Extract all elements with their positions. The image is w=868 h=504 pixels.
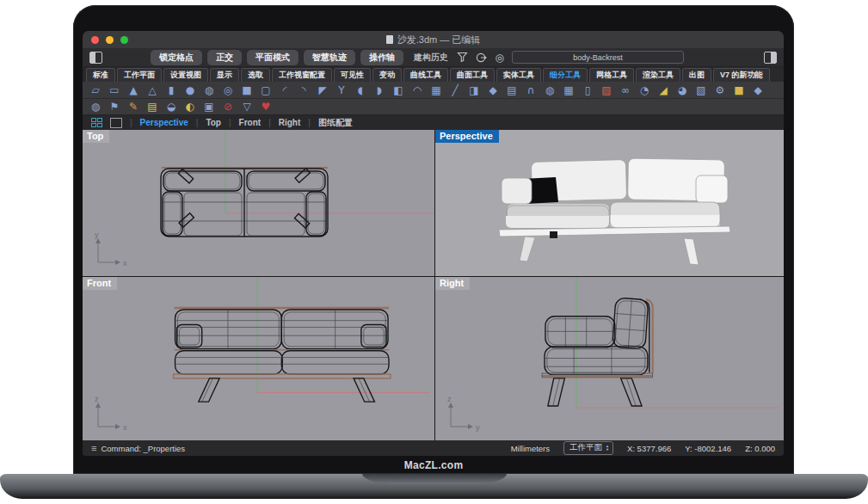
viewport-tab-图纸配置[interactable]: 图纸配置 — [318, 117, 353, 129]
subd-sweep-icon[interactable]: ◠ — [408, 85, 427, 95]
subd-stack-icon[interactable]: ▤ — [502, 85, 521, 95]
subd-cone-icon[interactable]: ▲ — [124, 85, 143, 95]
viewport-tab-Front[interactable]: Front — [239, 118, 262, 127]
ribbon-tab-变动[interactable]: 变动 — [372, 68, 402, 82]
mode-button-智慧轨迹[interactable]: 智慧轨迹 — [304, 50, 355, 65]
subd-diamond-icon[interactable]: ◆ — [483, 85, 502, 95]
ribbon-tab-标准[interactable]: 标准 — [86, 68, 115, 82]
viewport-label-perspective[interactable]: Perspective — [435, 130, 499, 143]
units-label[interactable]: Millimeters — [511, 444, 550, 453]
ribbon-tab-网格工具[interactable]: 网格工具 — [589, 68, 634, 82]
mode-button-正交[interactable]: 正交 — [207, 50, 242, 65]
ribbon-tab-设置视图[interactable]: 设置视图 — [163, 68, 208, 82]
ribbon-tab-出图[interactable]: 出图 — [682, 68, 711, 82]
striped-sphere-icon[interactable]: ◍ — [86, 101, 105, 112]
ribbon-tab-可见性[interactable]: 可见性 — [334, 68, 371, 82]
striped-panel-icon[interactable]: ▤ — [143, 101, 162, 112]
viewport-right[interactable]: Right z y — [435, 277, 784, 440]
subd-bevel-edge-icon[interactable]: ◗ — [370, 85, 389, 95]
ribbon-tab-工作视窗配置[interactable]: 工作视窗配置 — [272, 68, 332, 82]
sphere-half-icon[interactable]: ◐ — [181, 101, 200, 112]
no-symbol-icon[interactable]: ⊘ — [219, 101, 237, 112]
command-prompt[interactable]: Command: _Properties — [101, 444, 185, 453]
ribbon-tab-实体工具[interactable]: 实体工具 — [496, 68, 541, 82]
ribbon-tab-选取[interactable]: 选取 — [241, 68, 270, 82]
subd-display-toggle-icon[interactable]: ▱ — [86, 85, 105, 95]
subd-repair-icon[interactable]: ⚙ — [711, 85, 729, 95]
subd-corner-grid-icon[interactable]: ▧ — [692, 85, 711, 95]
funnel-points-icon[interactable]: ▽ — [237, 101, 256, 112]
subd-box-icon[interactable]: ■ — [237, 85, 256, 95]
flag-icon[interactable]: ⚑ — [105, 101, 124, 112]
circle-arrow-icon[interactable] — [476, 52, 488, 63]
ribbon-tab-渲染工具[interactable]: 渲染工具 — [636, 68, 680, 82]
viewport-label-right[interactable]: Right — [435, 277, 470, 290]
ribbon-tab-曲面工具[interactable]: 曲面工具 — [450, 68, 495, 82]
subd-face-arc-2-icon[interactable]: ◝ — [294, 85, 313, 95]
subd-delete-face-icon[interactable]: ▨ — [597, 85, 616, 95]
mode-button-平面模式[interactable]: 平面模式 — [247, 50, 299, 65]
subd-sphere-icon[interactable]: ● — [181, 85, 200, 95]
zoom-button[interactable] — [120, 36, 128, 44]
sphere-points-icon[interactable]: ▣ — [200, 101, 219, 112]
subd-extrude-icon[interactable]: ▯ — [578, 85, 597, 95]
subd-plane-icon[interactable]: ▭ — [105, 85, 124, 95]
axis-indicator-top: y x — [89, 230, 129, 269]
subd-sphere-grid-icon[interactable]: ◍ — [540, 85, 559, 95]
viewport-perspective[interactable]: Perspective — [435, 130, 784, 276]
subd-point-plane-icon[interactable]: ▦ — [427, 85, 446, 95]
cplane-dropdown[interactable]: 工作平面 ▲▼ — [563, 441, 613, 455]
subd-face-arc-1-icon[interactable]: ◜ — [275, 85, 294, 95]
viewport-top[interactable]: Top y x — [83, 130, 434, 276]
close-button[interactable] — [91, 36, 99, 44]
subd-torus-icon[interactable]: ◎ — [219, 85, 237, 95]
search-input[interactable] — [512, 51, 684, 64]
left-sidebar-toggle-icon[interactable] — [89, 52, 102, 64]
right-sidebar-toggle-icon[interactable] — [764, 52, 777, 64]
subd-ellipsoid-icon[interactable]: ◍ — [200, 85, 219, 95]
single-viewport-icon[interactable] — [110, 118, 122, 128]
subd-cube-select-icon[interactable]: ◨ — [465, 85, 483, 95]
subd-bridge-icon[interactable]: ∩ — [521, 85, 540, 95]
record-target-icon[interactable]: ◎ — [496, 52, 504, 63]
ribbon-tab-细分工具[interactable]: 细分工具 — [543, 68, 588, 82]
command-list-icon[interactable]: ≡ — [91, 443, 96, 453]
subd-gold-box-icon[interactable]: ■ — [729, 85, 748, 95]
subd-shell-icon[interactable]: ◔ — [635, 85, 654, 95]
subd-ramp-icon[interactable]: ◢ — [654, 85, 673, 95]
subd-plane-grid-icon[interactable]: ▦ — [559, 85, 578, 95]
subd-multipipe-icon[interactable]: Y — [332, 85, 351, 95]
subd-box-rounded-icon[interactable]: ▢ — [256, 85, 275, 95]
ribbon-tab-V7 的新功能[interactable]: V7 的新功能 — [713, 68, 770, 82]
ribbon-tab-曲线工具[interactable]: 曲线工具 — [403, 68, 448, 82]
mode-button-锁定格点[interactable]: 锁定格点 — [151, 50, 202, 65]
heart-points-icon[interactable]: ♥ — [256, 101, 275, 112]
paintbrush-icon[interactable]: ✎ — [124, 101, 143, 112]
viewport-tab-Perspective[interactable]: Perspective — [140, 118, 188, 127]
traffic-lights — [91, 36, 128, 44]
sphere-split-icon[interactable]: ◒ — [162, 101, 181, 112]
subd-corner-icon[interactable]: ◤ — [313, 85, 332, 95]
viewport-tab-Right[interactable]: Right — [279, 118, 301, 127]
history-toggle[interactable]: 建构历史 — [414, 52, 448, 64]
subd-cap-hole-icon[interactable]: ◕ — [673, 85, 692, 95]
subd-merge-faces-icon[interactable]: ∞ — [616, 85, 635, 95]
viewport-label-top[interactable]: Top — [83, 130, 109, 143]
subd-cylinder-icon[interactable]: ▮ — [162, 85, 181, 95]
subd-align-flag-icon[interactable]: ◆ — [748, 85, 767, 95]
ribbon-tab-工作平面[interactable]: 工作平面 — [117, 68, 162, 82]
viewport-label-front[interactable]: Front — [83, 277, 117, 290]
four-viewports-icon[interactable] — [91, 118, 102, 127]
subd-truncated-cone-icon[interactable]: △ — [143, 85, 162, 95]
viewport-front[interactable]: Front z x — [83, 277, 434, 440]
viewport-tab-Top[interactable]: Top — [206, 118, 221, 127]
mode-button-操作轴[interactable]: 操作轴 — [360, 50, 403, 65]
subd-cube-icon[interactable]: ◧ — [389, 85, 408, 95]
laptop-lid: 沙发.3dm — 已编辑 锁定格点正交平面模式智慧轨迹操作轴 建构历史 ◎ — [73, 5, 794, 474]
subd-fillet-edge-icon[interactable]: ◖ — [351, 85, 370, 95]
subd-stroke-icon[interactable]: ╱ — [446, 85, 465, 95]
minimize-button[interactable] — [106, 36, 114, 44]
window-title: 沙发.3dm — 已编辑 — [397, 34, 481, 46]
ribbon-tab-显示[interactable]: 显示 — [210, 68, 239, 82]
selection-filter-icon[interactable] — [457, 52, 468, 63]
